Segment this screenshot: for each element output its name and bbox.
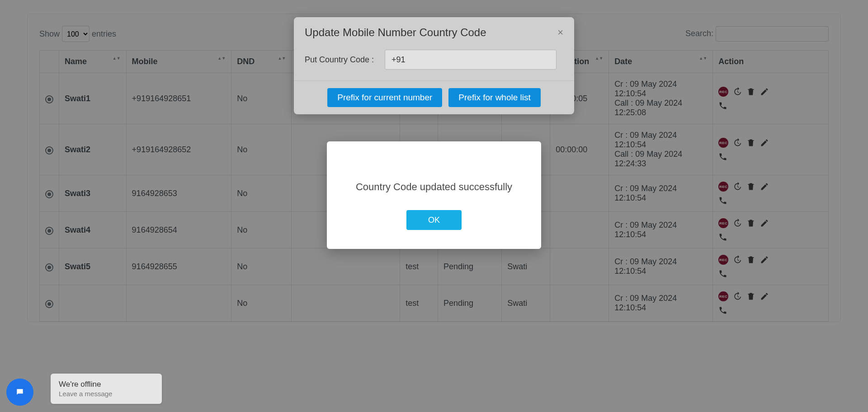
alert-message: Country Code updated successfully — [340, 181, 528, 193]
chat-status-sub: Leave a message — [59, 390, 154, 398]
chat-icon — [15, 388, 24, 397]
success-alert: Country Code updated successfully OK — [327, 141, 541, 249]
chat-status-bubble[interactable]: We're offline Leave a message — [51, 374, 162, 404]
country-code-label: Put Country Code : — [305, 55, 374, 65]
chat-launcher[interactable] — [6, 379, 33, 406]
country-code-input[interactable] — [385, 50, 557, 70]
update-country-code-modal: Update Mobile Number Country Code × Put … — [294, 17, 574, 114]
chat-status-title: We're offline — [59, 380, 154, 389]
modal-close-button[interactable]: × — [557, 27, 563, 38]
prefix-current-button[interactable]: Prefix for current number — [327, 88, 442, 107]
prefix-whole-list-button[interactable]: Prefix for whole list — [448, 88, 540, 107]
modal-title: Update Mobile Number Country Code — [305, 26, 486, 39]
alert-ok-button[interactable]: OK — [406, 210, 462, 230]
